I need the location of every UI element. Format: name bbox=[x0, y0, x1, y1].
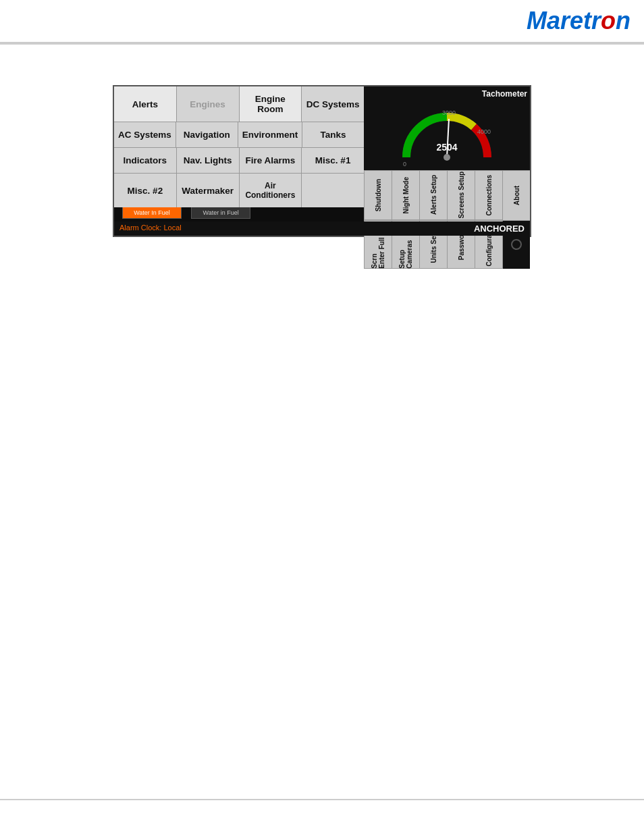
main-content: Engine Load 50% % Alternator Voltage 15.… bbox=[0, 58, 644, 264]
nav-dc-systems[interactable]: DC Systems bbox=[302, 86, 364, 122]
svg-text:2504: 2504 bbox=[436, 142, 457, 153]
nav-fire-alarms[interactable]: Fire Alarms bbox=[240, 148, 302, 173]
maretron-logo: Maretron bbox=[527, 7, 630, 35]
nav-engines[interactable]: Engines bbox=[177, 86, 240, 122]
shutdown-btn[interactable]: Shutdown bbox=[364, 171, 392, 220]
shutdown-label: Shutdown bbox=[375, 179, 382, 211]
nav-alerts[interactable]: Alerts bbox=[114, 86, 177, 122]
nav-empty bbox=[302, 174, 364, 207]
nav-row-4: Misc. #2 Watermaker Air Conditioners bbox=[114, 174, 364, 207]
nav-watermaker[interactable]: Watermaker bbox=[177, 174, 240, 207]
nav-tanks[interactable]: Tanks bbox=[302, 122, 364, 147]
nav-environment[interactable]: Environment bbox=[238, 122, 303, 147]
nav-ac-systems[interactable]: AC Systems bbox=[114, 122, 176, 147]
vert-top-row: Shutdown Night Mode Alerts Setup Screens… bbox=[364, 171, 530, 220]
right-panel: Tachometer bbox=[364, 86, 530, 236]
alerts-setup-label: Alerts Setup bbox=[430, 175, 437, 215]
vert-menu-top-col: Shutdown Night Mode Alerts Setup Screens… bbox=[364, 170, 530, 269]
about-label: About bbox=[513, 186, 520, 205]
vert-empty-icon bbox=[510, 238, 523, 251]
nav-row-2: AC Systems Navigation Environment Tanks bbox=[114, 122, 364, 148]
nav-air-conditioners[interactable]: Air Conditioners bbox=[240, 174, 302, 207]
device-screen: Engine Load 50% % Alternator Voltage 15.… bbox=[113, 85, 531, 237]
nav-indicators[interactable]: Indicators bbox=[114, 148, 177, 173]
tachometer-svg: 0 3000 4000 2504 bbox=[396, 100, 498, 167]
anchored-status: ANCHORED bbox=[474, 224, 525, 234]
connections-btn[interactable]: Connections bbox=[475, 171, 502, 220]
page-header: Maretron bbox=[0, 0, 644, 43]
alerts-setup-btn[interactable]: Alerts Setup bbox=[419, 171, 447, 220]
nav-navigation[interactable]: Navigation bbox=[176, 122, 238, 147]
status-bar: Alarm Clock: Local ANCHORED bbox=[114, 221, 530, 236]
night-mode-btn[interactable]: Night Mode bbox=[392, 171, 419, 220]
tachometer-area: Tachometer bbox=[364, 86, 530, 170]
nav-row-1: Alerts Engines Engine Room DC Systems bbox=[114, 86, 364, 122]
tachometer-gauge: 0 3000 4000 2504 bbox=[367, 100, 527, 167]
nav-misc-2[interactable]: Misc. #2 bbox=[114, 174, 177, 207]
about-btn[interactable]: About bbox=[502, 171, 530, 220]
nav-misc-1[interactable]: Misc. #1 bbox=[302, 148, 364, 173]
tachometer-title: Tachometer bbox=[367, 89, 527, 99]
nav-nav-lights[interactable]: Nav. Lights bbox=[177, 148, 240, 173]
svg-text:3000: 3000 bbox=[442, 109, 456, 116]
svg-point-27 bbox=[512, 240, 521, 249]
screens-setup-btn[interactable]: Screens Setup bbox=[447, 171, 475, 220]
screens-setup-label: Screens Setup bbox=[458, 172, 465, 218]
nav-overlay: Alerts Engines Engine Room DC Systems AC… bbox=[114, 86, 530, 236]
svg-text:4000: 4000 bbox=[477, 128, 491, 135]
vert-menu-container: Shutdown Night Mode Alerts Setup Screens… bbox=[364, 170, 530, 269]
nav-engine-room[interactable]: Engine Room bbox=[240, 86, 302, 122]
left-nav-grid: Alerts Engines Engine Room DC Systems AC… bbox=[114, 86, 364, 236]
footer-line bbox=[0, 799, 644, 800]
alarm-clock-text: Alarm Clock: Local bbox=[119, 224, 182, 234]
night-mode-label: Night Mode bbox=[402, 177, 410, 213]
svg-point-22 bbox=[444, 154, 450, 161]
connections-label: Connections bbox=[485, 175, 493, 216]
svg-text:0: 0 bbox=[403, 161, 406, 167]
nav-row-3: Indicators Nav. Lights Fire Alarms Misc.… bbox=[114, 148, 364, 174]
